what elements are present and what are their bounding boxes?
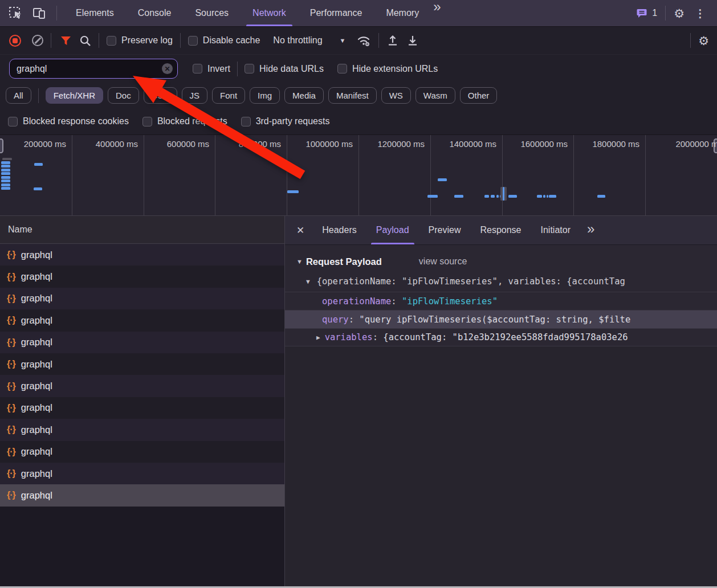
request-row[interactable]: graphql (0, 288, 284, 309)
request-row[interactable]: graphql (0, 419, 284, 440)
request-row[interactable]: graphql (0, 332, 284, 353)
chip-media[interactable]: Media (284, 87, 324, 104)
invert-checkbox[interactable]: Invert (193, 64, 230, 74)
chip-manifest[interactable]: Manifest (328, 87, 377, 104)
overview-request-bar[interactable] (1, 183, 10, 186)
overview-request-bar[interactable] (438, 178, 447, 181)
overview-request-bar[interactable] (484, 195, 489, 198)
tab-payload[interactable]: Payload (366, 216, 419, 244)
clear-network-log-button[interactable] (32, 35, 43, 46)
more-detail-tabs-icon[interactable]: » (585, 222, 597, 238)
request-row[interactable]: graphql (0, 353, 284, 375)
preserve-log-checkbox[interactable]: Preserve log (107, 35, 173, 46)
overview-request-bar[interactable] (454, 195, 463, 198)
overview-request-bar[interactable] (1, 165, 10, 168)
overview-request-bar[interactable] (491, 195, 495, 198)
tab-headers[interactable]: Headers (312, 216, 366, 244)
export-har-icon[interactable] (406, 34, 419, 47)
payload-row[interactable]: variables{accountTag: "b12e3b2192ee5588f… (285, 328, 717, 346)
request-row[interactable]: graphql (0, 397, 284, 419)
tab-preview[interactable]: Preview (419, 216, 471, 244)
device-toolbar-icon[interactable] (32, 6, 46, 20)
request-name: graphql (21, 315, 52, 326)
hide-data-urls-checkbox[interactable]: Hide data URLs (245, 64, 324, 74)
overview-request-bar[interactable] (496, 195, 499, 198)
third-party-requests-checkbox[interactable]: 3rd-party requests (241, 116, 330, 126)
overview-request-bar[interactable] (287, 190, 299, 193)
more-tabs-icon[interactable]: » (431, 0, 443, 26)
overview-request-bar[interactable] (1, 176, 10, 179)
overview-graph[interactable]: 200000 ms400000 ms600000 ms800000 ms1000… (0, 135, 717, 216)
overview-request-bar[interactable] (2, 158, 12, 160)
chip-img[interactable]: Img (250, 87, 280, 104)
network-settings-gear-icon[interactable]: ⚙ (698, 35, 709, 47)
overview-request-bar[interactable] (1, 161, 10, 164)
kebab-menu-icon[interactable]: ⋮ (692, 7, 708, 20)
request-row[interactable]: graphql (0, 375, 284, 397)
hide-extension-urls-checkbox[interactable]: Hide extension URLs (337, 64, 438, 74)
tab-response[interactable]: Response (470, 216, 531, 244)
tab-initiator[interactable]: Initiator (531, 216, 580, 244)
view-source-link[interactable]: view source (419, 256, 467, 267)
inspect-element-icon[interactable] (8, 6, 23, 21)
tab-memory[interactable]: Memory (374, 0, 431, 26)
blocked-response-cookies-checkbox[interactable]: Blocked response cookies (8, 116, 129, 126)
expand-triangle-icon[interactable] (316, 334, 320, 341)
request-row[interactable]: graphql (0, 309, 284, 331)
import-har-icon[interactable] (386, 34, 399, 47)
settings-gear-icon[interactable]: ⚙ (674, 7, 685, 19)
network-toolbar: Preserve log Disable cache No throttling… (0, 27, 717, 55)
overview-request-bar[interactable] (34, 187, 42, 190)
overview-request-bar[interactable] (1, 169, 10, 172)
disable-cache-checkbox[interactable]: Disable cache (188, 35, 260, 46)
chip-other[interactable]: Other (460, 87, 498, 104)
tab-console[interactable]: Console (126, 0, 184, 26)
overview-request-bar[interactable] (508, 195, 517, 198)
toolbar-divider (690, 33, 691, 48)
clear-filter-icon[interactable]: ✕ (162, 63, 173, 74)
overview-request-bar[interactable] (597, 195, 605, 198)
overview-request-bar[interactable] (543, 195, 545, 198)
close-icon[interactable]: ✕ (296, 224, 304, 236)
throttling-select[interactable]: No throttling ▼ (273, 35, 345, 46)
search-icon[interactable] (79, 35, 91, 47)
overview-request-bar[interactable] (547, 195, 548, 198)
request-row[interactable]: graphql (0, 441, 284, 463)
chip-font[interactable]: Font (212, 87, 245, 104)
tab-sources[interactable]: Sources (183, 0, 241, 26)
chip-wasm[interactable]: Wasm (415, 87, 455, 104)
overview-request-bar[interactable] (537, 195, 542, 198)
tab-elements[interactable]: Elements (64, 0, 126, 26)
name-column-header[interactable]: Name (0, 216, 284, 244)
overview-request-bar[interactable] (1, 172, 10, 175)
request-row-selected[interactable]: graphql (0, 484, 284, 506)
overview-request-bar[interactable] (427, 195, 438, 198)
request-row[interactable]: graphql (0, 463, 284, 484)
collapse-triangle-icon[interactable] (306, 278, 310, 285)
devtools-window: Elements Console Sources Network Perform… (0, 0, 717, 588)
filter-icon[interactable] (60, 35, 72, 46)
network-conditions-icon[interactable] (356, 34, 371, 47)
payload-row-highlighted[interactable]: query"query ipFlowTimeseries($accountTag… (285, 310, 717, 328)
overview-request-bar[interactable] (503, 187, 504, 201)
request-row[interactable]: graphql (0, 244, 284, 266)
chip-ws[interactable]: WS (381, 87, 411, 104)
collapse-triangle-icon[interactable] (296, 258, 303, 265)
chip-all[interactable]: All (6, 87, 31, 104)
chip-css[interactable]: CSS (144, 87, 177, 104)
overview-request-bar[interactable] (549, 195, 556, 198)
tab-performance[interactable]: Performance (298, 0, 374, 26)
record-network-log-button[interactable] (9, 35, 21, 47)
issues-counter[interactable]: 1 (637, 8, 657, 18)
chip-fetch-xhr[interactable]: Fetch/XHR (46, 87, 103, 104)
blocked-requests-checkbox[interactable]: Blocked requests (142, 116, 227, 126)
overview-request-bar[interactable] (1, 179, 10, 182)
chip-js[interactable]: JS (182, 87, 208, 104)
filter-input[interactable] (17, 64, 162, 74)
request-row[interactable]: graphql (0, 266, 284, 287)
tab-network[interactable]: Network (241, 0, 298, 26)
payload-row[interactable]: operationName"ipFlowTimeseries" (285, 292, 717, 310)
overview-request-bar[interactable] (1, 187, 10, 190)
overview-request-bar[interactable] (34, 163, 43, 166)
chip-doc[interactable]: Doc (108, 87, 139, 104)
